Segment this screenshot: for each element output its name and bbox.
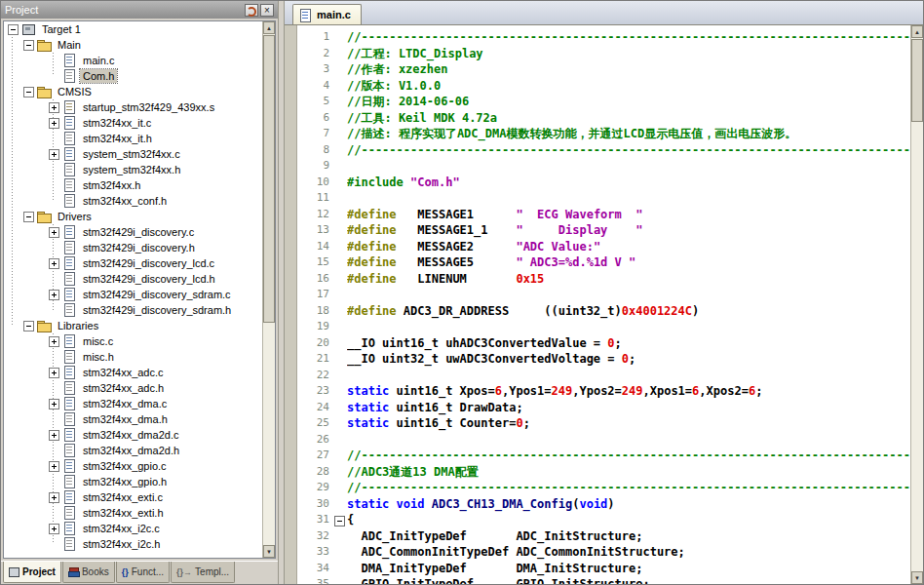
code-line[interactable]: 11: [285, 190, 910, 207]
tree-item-label[interactable]: stm32f4xx.h: [80, 178, 143, 192]
code-line[interactable]: 32 ADC_InitTypeDef ADC_InitStructure;: [285, 528, 910, 545]
collapse-icon[interactable]: [23, 212, 34, 222]
code-text[interactable]: //描述: 程序实现了ADC_DMA模数转换功能，并通过LCD显示电压值，画出电…: [347, 126, 910, 142]
code-line[interactable]: 2//工程: LTDC_Display: [285, 46, 910, 62]
code-text[interactable]: //ADC3通道13 DMA配置: [347, 464, 910, 481]
tree-item[interactable]: misc.h: [4, 349, 275, 365]
tree-item[interactable]: stm32f4xx_dma.h: [4, 411, 275, 427]
scroll-up-icon[interactable]: ▲: [911, 25, 923, 38]
scroll-down-icon[interactable]: ▼: [911, 571, 923, 584]
code-line[interactable]: 33 ADC_CommonInitTypeDef ADC_CommonInitS…: [285, 544, 910, 561]
tree-item-label[interactable]: Main: [55, 38, 84, 52]
code-line[interactable]: 31{: [285, 512, 910, 528]
tree-item[interactable]: stm32f429i_discovery_lcd.c: [4, 255, 275, 271]
tree-item-label[interactable]: stm32f4xx_conf.h: [80, 194, 170, 208]
tree-item-label[interactable]: stm32f4xx_adc.c: [80, 366, 167, 379]
code-text[interactable]: DMA_InitTypeDef DMA_InitStructure;: [347, 561, 910, 577]
tree-item[interactable]: stm32f4xx_gpio.c: [4, 458, 275, 474]
close-panel-icon[interactable]: ×: [260, 4, 274, 17]
tree-item-label[interactable]: CMSIS: [55, 85, 95, 98]
fold-collapse-icon[interactable]: [334, 516, 345, 526]
code-text[interactable]: //工程: LTDC_Display: [347, 46, 910, 62]
expand-icon[interactable]: [49, 258, 59, 269]
code-text[interactable]: __IO uint32_t uwADC3ConvertedVoltage = 0…: [347, 351, 910, 368]
code-text[interactable]: static uint16_t Counter=0;: [347, 415, 910, 432]
expand-icon[interactable]: [49, 368, 59, 378]
code-text[interactable]: //--------------------------------------…: [347, 448, 910, 464]
code-text[interactable]: #include "Com.h": [347, 175, 910, 191]
tree-item[interactable]: stm32f4xx_it.c: [4, 115, 275, 131]
tree-item[interactable]: stm32f4xx_dma2d.c: [4, 427, 275, 443]
panel-tab-templ[interactable]: {}→Templ...: [171, 562, 235, 583]
expand-icon[interactable]: [49, 149, 59, 160]
scrollbar-thumb[interactable]: [263, 35, 275, 323]
tree-item-label[interactable]: stm32f4xx_exti.h: [80, 506, 167, 520]
code-line[interactable]: 19: [285, 319, 910, 335]
project-panel-titlebar[interactable]: Project ×: [1, 1, 278, 19]
code-line[interactable]: 29//------------------------------------…: [285, 480, 910, 496]
tree-item-label[interactable]: stm32f429i_discovery_lcd.c: [80, 256, 217, 270]
expand-icon[interactable]: [49, 524, 59, 534]
tree-item[interactable]: Target 1: [4, 21, 275, 37]
tree-item-label[interactable]: stm32f4xx_exti.c: [80, 490, 166, 504]
code-line[interactable]: 10#include "Com.h": [285, 175, 910, 191]
code-text[interactable]: #define ADC3_DR_ADDRESS ((uint32_t)0x400…: [347, 303, 910, 320]
tree-item[interactable]: Drivers: [4, 209, 275, 224]
tree-item[interactable]: Com.h: [4, 68, 275, 84]
tree-item-label[interactable]: misc.c: [80, 334, 116, 348]
tree-item-label[interactable]: stm32f4xx_dma2d.h: [80, 444, 182, 457]
code-line[interactable]: 16#define LINENUM 0x15: [285, 271, 910, 288]
code-text[interactable]: #define MESSAGE2 "ADC Value:": [347, 239, 910, 255]
tree-item-label[interactable]: stm32f4xx_gpio.c: [80, 459, 170, 473]
scrollbar-thumb[interactable]: [911, 39, 923, 122]
code-line[interactable]: 3//作者: xzezhen: [285, 61, 910, 78]
tree-item-label[interactable]: Drivers: [55, 210, 95, 223]
code-text[interactable]: [347, 319, 910, 335]
scroll-down-icon[interactable]: ▼: [263, 545, 275, 558]
code-line[interactable]: 23static uint16_t Xpos=6,Ypos1=249,Ypos2…: [285, 383, 910, 400]
project-tree[interactable]: Target 1Mainmain.cCom.hCMSISstartup_stm3…: [3, 20, 276, 559]
panel-tab-funct[interactable]: {}Funct...: [116, 562, 170, 583]
tree-item-label[interactable]: stm32f429i_discovery_sdram.h: [80, 303, 234, 317]
code-line[interactable]: 18#define ADC3_DR_ADDRESS ((uint32_t)0x4…: [285, 303, 910, 320]
code-text[interactable]: ADC_InitTypeDef ADC_InitStructure;: [347, 528, 910, 545]
code-line[interactable]: 4//版本: V1.0.0: [285, 78, 910, 95]
code-line[interactable]: 30static void ADC3_CH13_DMA_Config(void): [285, 496, 910, 513]
code-text[interactable]: static void ADC3_CH13_DMA_Config(void): [347, 496, 910, 513]
code-text[interactable]: static uint16_t Xpos=6,Ypos1=249,Ypos2=2…: [347, 383, 910, 400]
tree-item-label[interactable]: stm32f4xx_dma2d.c: [80, 428, 181, 442]
collapse-icon[interactable]: [23, 321, 34, 332]
panel-tab-books[interactable]: Books: [62, 562, 115, 583]
tree-item-label[interactable]: system_stm32f4xx.c: [80, 147, 183, 161]
code-line[interactable]: 8//-------------------------------------…: [285, 142, 910, 159]
tree-item[interactable]: stm32f429i_discovery.h: [4, 240, 275, 255]
tree-item[interactable]: startup_stm32f429_439xx.s: [4, 99, 275, 115]
code-text[interactable]: #define MESSAGE5 " ADC3=%d.%1d V ": [347, 254, 910, 271]
code-line[interactable]: 35 GPIO_InitTypeDef GPIO_InitStructure;: [285, 576, 910, 584]
tree-item[interactable]: stm32f4xx_i2c.h: [4, 536, 275, 552]
code-text[interactable]: #define MESSAGE1 " ECG Waveform ": [347, 207, 910, 223]
code-line[interactable]: 17: [285, 287, 910, 303]
tree-item-label[interactable]: stm32f429i_discovery.c: [80, 225, 197, 239]
tree-item[interactable]: main.c: [4, 53, 275, 68]
code-line[interactable]: 1//-------------------------------------…: [285, 29, 910, 46]
code-line[interactable]: 9: [285, 158, 910, 175]
tree-item-label[interactable]: misc.h: [80, 350, 117, 364]
code-text[interactable]: [347, 287, 910, 303]
tree-item[interactable]: stm32f4xx_conf.h: [4, 193, 275, 209]
expand-icon[interactable]: [49, 399, 59, 410]
expand-icon[interactable]: [49, 461, 59, 472]
code-line[interactable]: 34 DMA_InitTypeDef DMA_InitStructure;: [285, 561, 910, 577]
tree-item[interactable]: stm32f429i_discovery_lcd.h: [4, 271, 275, 287]
expand-icon[interactable]: [49, 492, 59, 503]
code-line[interactable]: 21__IO uint32_t uwADC3ConvertedVoltage =…: [285, 351, 910, 368]
collapse-icon[interactable]: [23, 87, 34, 98]
tree-item-label[interactable]: stm32f4xx_it.h: [80, 132, 155, 145]
expand-icon[interactable]: [49, 430, 59, 441]
tree-item[interactable]: Main: [4, 37, 275, 53]
tree-item[interactable]: stm32f4xx_it.h: [4, 131, 275, 146]
code-text[interactable]: __IO uint16_t uhADC3ConvertedValue = 0;: [347, 335, 910, 352]
expand-icon[interactable]: [49, 118, 59, 129]
code-line[interactable]: 25static uint16_t Counter=0;: [285, 415, 910, 432]
tree-item-label[interactable]: stm32f4xx_dma.h: [80, 412, 171, 426]
